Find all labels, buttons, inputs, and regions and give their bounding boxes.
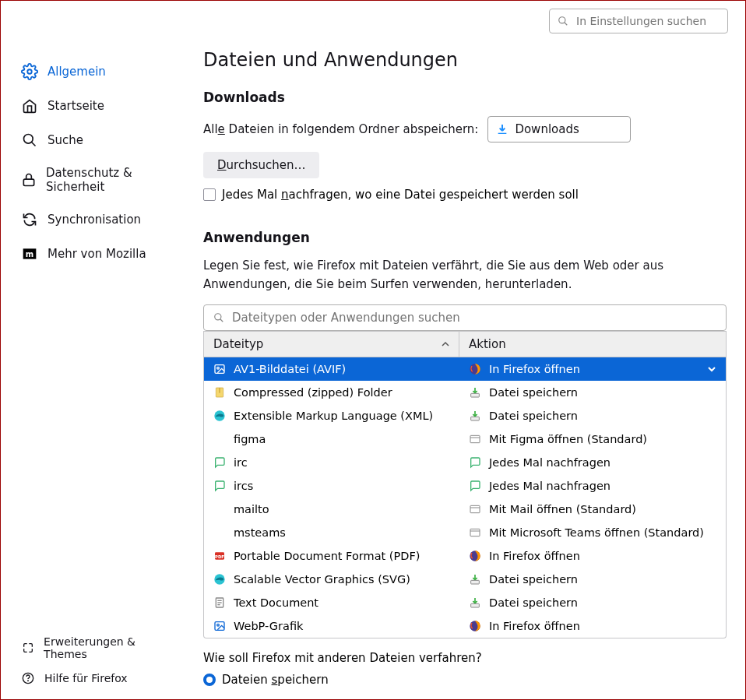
edge-icon: [213, 573, 226, 586]
image-icon: [213, 363, 226, 375]
table-row[interactable]: msteamsMit Microsoft Teams öffnen (Stand…: [204, 521, 726, 544]
svg-line-4: [32, 142, 36, 146]
svg-rect-5: [23, 179, 33, 185]
window-icon: [469, 503, 481, 515]
filetype-label: Extensible Markup Language (XML): [234, 410, 433, 422]
svg-rect-31: [471, 580, 480, 584]
always-ask-label: Jedes Mal nachfragen, wo eine Datei gesp…: [222, 188, 579, 202]
filetype-label: irc: [234, 456, 248, 469]
search-icon: [213, 312, 224, 323]
sidebar-label: Allgemein: [48, 65, 106, 79]
sidebar-label: Synchronisation: [48, 213, 141, 227]
save-icon: [469, 596, 481, 609]
sidebar-item-extensions[interactable]: Erweiterungen & Themes: [15, 631, 181, 665]
th-filetype[interactable]: Dateityp: [204, 332, 459, 357]
chat-icon: [469, 480, 481, 492]
apps-search[interactable]: [203, 304, 727, 331]
folder-name: Downloads: [515, 122, 579, 136]
table-row[interactable]: ircsJedes Mal nachfragen: [204, 474, 726, 498]
svg-rect-21: [470, 435, 480, 442]
svg-point-14: [217, 367, 220, 369]
chevron-down-icon: [707, 364, 716, 374]
svg-point-38: [217, 624, 220, 626]
save-files-label: Alle Dateien in folgendem Ordner abspeic…: [203, 122, 478, 136]
window-icon: [469, 433, 481, 445]
sidebar-label: Mehr von Mozilla: [48, 247, 146, 261]
th-action[interactable]: Aktion: [459, 332, 726, 357]
table-row[interactable]: Scalable Vector Graphics (SVG)Datei spei…: [204, 568, 726, 591]
action-label: Datei speichern: [489, 386, 578, 399]
svg-rect-18: [471, 393, 480, 397]
action-label: Mit Mail öffnen (Standard): [489, 503, 636, 515]
save-files-radio-label: Dateien speichern: [222, 673, 329, 687]
action-label: In Firefox öffnen: [489, 550, 580, 562]
svg-line-12: [220, 319, 223, 322]
action-label: Datei speichern: [489, 410, 578, 422]
browse-button[interactable]: Durchsuchen…: [203, 152, 319, 178]
sidebar-label: Startseite: [48, 99, 104, 113]
sort-asc-icon: [442, 340, 449, 348]
window-icon: [469, 526, 481, 539]
main-content: Dateien und Anwendungen Downloads Alle D…: [188, 33, 745, 699]
chat-icon: [469, 456, 481, 469]
table-row[interactable]: Compressed (zipped) FolderDatei speicher…: [204, 381, 726, 404]
firefox-icon: [469, 620, 481, 632]
filetype-label: ircs: [234, 480, 253, 492]
settings-search[interactable]: [549, 9, 728, 33]
chat-icon: [213, 456, 226, 469]
sidebar-item-home[interactable]: Startseite: [15, 91, 181, 121]
sidebar-label: Suche: [48, 133, 83, 147]
apps-search-input[interactable]: [230, 310, 716, 325]
sidebar-item-privacy[interactable]: Datenschutz & Sicherheit: [15, 160, 181, 200]
table-row[interactable]: AV1-Bilddatei (AVIF)In Firefox öffnen: [204, 357, 726, 381]
sidebar: Allgemein Startseite Suche Datenschutz &…: [1, 33, 188, 699]
table-row[interactable]: figmaMit Figma öffnen (Standard): [204, 427, 726, 451]
sidebar-label: Hilfe für Firefox: [44, 672, 128, 684]
svg-point-0: [559, 17, 565, 23]
always-ask-checkbox[interactable]: [203, 188, 216, 201]
action-label: Jedes Mal nachfragen: [489, 456, 611, 469]
search-icon: [558, 16, 568, 26]
table-row[interactable]: Text DocumentDatei speichern: [204, 591, 726, 614]
filetype-label: figma: [234, 433, 266, 445]
svg-point-2: [27, 69, 32, 74]
svg-rect-25: [470, 529, 480, 536]
downloads-folder-field[interactable]: Downloads: [487, 116, 631, 142]
lock-icon: [21, 171, 37, 188]
table-row[interactable]: ircJedes Mal nachfragen: [204, 451, 726, 474]
table-row[interactable]: mailtoMit Mail öffnen (Standard): [204, 498, 726, 521]
sidebar-item-mozilla[interactable]: m Mehr von Mozilla: [15, 239, 181, 269]
filetype-label: Compressed (zipped) Folder: [234, 386, 392, 399]
sync-icon: [21, 211, 38, 228]
sidebar-item-search[interactable]: Suche: [15, 125, 181, 155]
svg-rect-36: [471, 603, 480, 607]
sidebar-item-sync[interactable]: Synchronisation: [15, 205, 181, 234]
action-label: Datei speichern: [489, 573, 578, 586]
sidebar-item-general[interactable]: Allgemein: [15, 57, 181, 86]
filetype-label: WebP-Grafik: [234, 620, 303, 632]
filetype-label: mailto: [234, 503, 269, 515]
table-row[interactable]: PDFPortable Document Format (PDF)In Fire…: [204, 544, 726, 568]
home-icon: [21, 97, 38, 114]
zip-icon: [213, 386, 226, 399]
svg-point-11: [215, 314, 221, 320]
table-row[interactable]: Extensible Markup Language (XML)Datei sp…: [204, 404, 726, 427]
search-icon: [21, 132, 38, 149]
text-icon: [213, 596, 226, 609]
downloads-folder-row: Alle Dateien in folgendem Ordner abspeic…: [203, 116, 727, 178]
always-ask-row[interactable]: Jedes Mal nachfragen, wo eine Datei gesp…: [203, 188, 727, 202]
settings-search-input[interactable]: [575, 14, 720, 28]
help-icon: [21, 671, 35, 685]
table-row[interactable]: WebP-GrafikIn Firefox öffnen: [204, 614, 726, 638]
svg-text:PDF: PDF: [215, 554, 224, 559]
sidebar-item-help[interactable]: Hilfe für Firefox: [15, 667, 181, 690]
save-files-radio-row[interactable]: Dateien speichern: [203, 673, 727, 687]
action-label: In Firefox öffnen: [489, 363, 580, 375]
download-arrow-icon: [496, 123, 508, 135]
gear-icon: [21, 63, 38, 80]
other-files-question: Wie soll Firefox mit anderen Dateien ver…: [203, 651, 727, 665]
filetype-label: Portable Document Format (PDF): [234, 550, 420, 562]
svg-line-1: [565, 23, 568, 26]
save-files-radio[interactable]: [203, 674, 216, 686]
action-label: Mit Figma öffnen (Standard): [489, 433, 647, 445]
